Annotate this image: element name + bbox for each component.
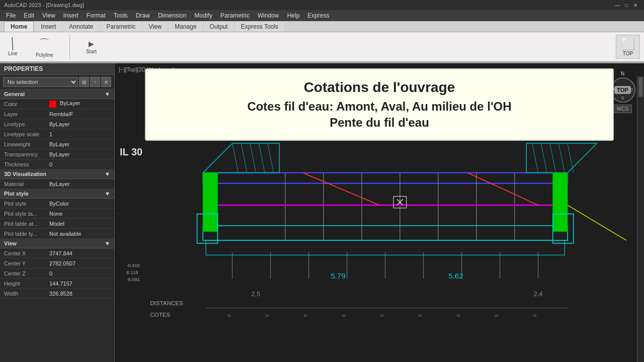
ribbon-content: ╱ Line ⌒ Polyline ▶ Start ⬜ TOP — [0, 32, 644, 62]
svg-text:5.79: 5.79 — [331, 272, 346, 280]
svg-text:0: 0 — [418, 314, 423, 317]
color-swatch — [49, 101, 56, 108]
prop-center-x: Center X 3747.844 — [0, 248, 114, 258]
props-icon-3[interactable]: ✕ — [101, 77, 111, 87]
tab-insert[interactable]: Insert — [35, 22, 62, 32]
prop-plot-style: Plot style ByColor — [0, 199, 114, 209]
viewport[interactable]: [−][Top][2D Wireframe] Cotations de l'ou… — [115, 63, 644, 362]
compass-circle: TOP W E S — [610, 77, 635, 103]
tab-view[interactable]: View — [142, 22, 168, 32]
prop-plot-table-at: Plot table at... Model — [0, 219, 114, 229]
maximize-btn[interactable]: □ — [622, 1, 631, 10]
prop-height: Height 144.7157 — [0, 279, 114, 289]
overlay-body: Pente du fil d'eau — [156, 116, 603, 130]
menu-file[interactable]: File — [2, 11, 20, 20]
svg-text:-0.415: -0.415 — [126, 263, 140, 268]
overlay-title: Cotations de l'ouvrage — [156, 79, 603, 96]
menu-insert[interactable]: Insert — [59, 11, 83, 20]
line-icon: ╱ — [7, 37, 18, 50]
svg-rect-26 — [203, 173, 217, 232]
prop-transparency: Transparency ByLayer — [0, 149, 114, 159]
tab-annotate[interactable]: Annotate — [63, 22, 99, 32]
app-title: AutoCAD 2023 - [Drawing1.dwg] — [4, 2, 84, 8]
svg-text:0: 0 — [227, 314, 231, 317]
svg-text:0: 0 — [342, 314, 346, 317]
vertical-scrollbar[interactable] — [637, 76, 644, 362]
compass-s: S — [621, 96, 624, 101]
menu-format[interactable]: Format — [83, 11, 110, 20]
tab-manage[interactable]: Manage — [169, 22, 202, 32]
tab-express-tools[interactable]: Express Tools — [235, 22, 284, 32]
svg-text:0: 0 — [495, 314, 499, 317]
props-icon-1[interactable]: ⊞ — [79, 77, 89, 87]
titlebar: AutoCAD 2023 - [Drawing1.dwg] — □ ✕ — [0, 0, 644, 10]
svg-text:2.4: 2.4 — [534, 290, 543, 298]
selection-row: No selection ⊞ ↑ ✕ — [0, 75, 114, 89]
prop-color: Color ByLayer — [0, 99, 114, 109]
properties-header: PROPERTIES — [0, 63, 114, 75]
prop-plot-table-ty: Plot table ty... Not available — [0, 229, 114, 239]
tab-home[interactable]: Home — [4, 21, 34, 32]
minimize-btn[interactable]: — — [613, 1, 622, 10]
menu-view[interactable]: View — [38, 11, 59, 20]
svg-rect-27 — [553, 173, 568, 232]
prop-width: Width 326.8528 — [0, 289, 114, 299]
prop-lineweight: Lineweight ByLayer — [0, 139, 114, 149]
svg-text:0: 0 — [456, 314, 461, 317]
prop-center-y: Center Y 2782.0507 — [0, 258, 114, 268]
tab-start[interactable]: ▶ Start — [82, 39, 101, 55]
ribbon-tabs: Home Insert Annotate Parametric View Man… — [0, 21, 644, 32]
view-cube-label: TOP — [623, 51, 633, 56]
compass-n-label: N — [621, 71, 624, 76]
tool-polyline-label: Polyline — [36, 52, 53, 58]
prop-linetype: Linetype ByLayer — [0, 119, 114, 129]
menu-modify[interactable]: Modify — [191, 11, 216, 20]
overlay-popup: Cotations de l'ouvrage Cotes fil d'eau: … — [145, 68, 614, 141]
menu-window[interactable]: Window — [254, 11, 283, 20]
polyline-icon: ⌒ — [39, 36, 50, 51]
menu-help[interactable]: Help — [283, 11, 304, 20]
svg-text:COTES: COTES — [150, 311, 170, 318]
svg-text:8.116: 8.116 — [126, 270, 138, 275]
section-plot-style[interactable]: Plot style ▼ — [0, 189, 114, 199]
tool-line-label: Line — [8, 51, 18, 56]
menu-draw[interactable]: Draw — [132, 11, 154, 20]
compass-e: E — [630, 87, 633, 93]
prop-layer: Layer RemblaIF — [0, 109, 114, 119]
compass-top-btn[interactable]: TOP — [614, 86, 630, 94]
tab-parametric[interactable]: Parametric — [100, 22, 141, 32]
menu-express[interactable]: Express — [303, 11, 333, 20]
prop-plot-style-ta: Plot style ta... None — [0, 209, 114, 219]
props-icon-2[interactable]: ↑ — [90, 77, 100, 87]
menubar: File Edit View Insert Format Tools Draw … — [0, 10, 644, 21]
selection-dropdown[interactable]: No selection — [3, 77, 78, 87]
properties-panel: PROPERTIES No selection ⊞ ↑ ✕ General ▼ … — [0, 63, 115, 362]
svg-text:0: 0 — [380, 314, 384, 317]
il-label: IL 30 — [120, 146, 142, 158]
menu-edit[interactable]: Edit — [20, 11, 38, 20]
prop-center-z: Center Z 0 — [0, 268, 114, 279]
window-controls: — □ ✕ — [613, 1, 640, 10]
tool-polyline[interactable]: ⌒ Polyline — [32, 35, 57, 59]
close-btn[interactable]: ✕ — [631, 1, 640, 10]
section-view[interactable]: View ▼ — [0, 239, 114, 248]
svg-text:5.62: 5.62 — [448, 272, 463, 280]
prop-linetype-scale: Linetype scale 1 — [0, 129, 114, 139]
tool-line[interactable]: ╱ Line — [4, 37, 22, 57]
menu-parametric[interactable]: Parametric — [216, 11, 254, 20]
prop-thickness: Thickness 0 — [0, 159, 114, 169]
overlay-subtitle: Cotes fil d'eau: Amont, Aval, Au milieu … — [156, 100, 603, 114]
section-general[interactable]: General ▼ — [0, 89, 114, 99]
menu-dimension[interactable]: Dimension — [154, 11, 191, 20]
view-cube-icon: ⬜ — [621, 38, 635, 51]
menu-tools[interactable]: Tools — [110, 11, 132, 20]
svg-text:0: 0 — [303, 314, 308, 317]
scrollbar-thumb[interactable] — [638, 77, 643, 97]
start-label: Start — [86, 49, 97, 54]
view-cube-btn[interactable]: ⬜ TOP — [616, 35, 640, 59]
svg-text:0: 0 — [265, 314, 270, 317]
svg-text:2.5: 2.5 — [252, 290, 261, 298]
wcs-badge[interactable]: WCS — [613, 105, 632, 113]
tab-output[interactable]: Output — [204, 22, 234, 32]
section-3d-viz[interactable]: 3D Visualization ▼ — [0, 169, 114, 179]
